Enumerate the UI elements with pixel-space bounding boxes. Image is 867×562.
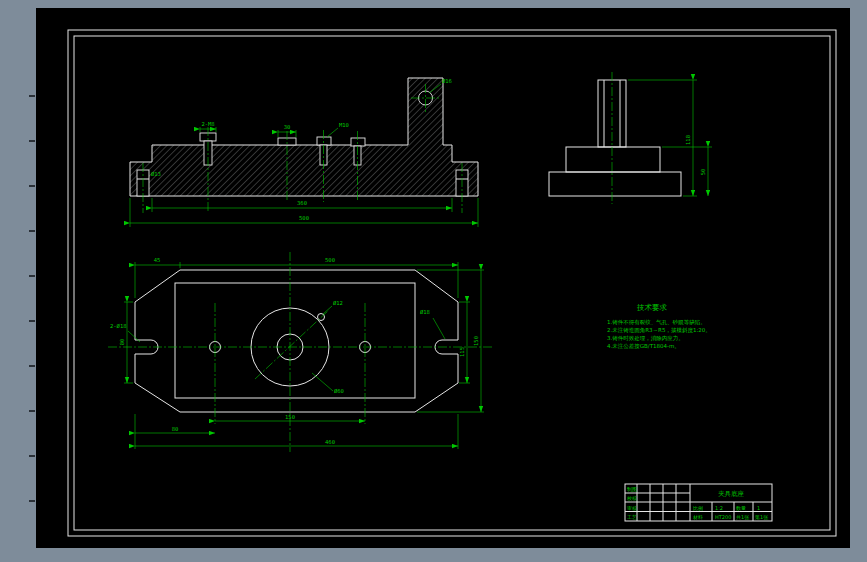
dimension-label: 30 [284,124,291,130]
dimension-label: M10 [339,122,349,128]
tb-sheet-no: 第1张 [755,514,768,521]
tb-drawn-label: 制图 [627,486,637,493]
tb-scale-label: 比例 [693,505,703,512]
dimension-label: Ø18 [420,309,430,315]
tb-material-value: HT200 [715,514,731,520]
tb-process-label: 工艺 [627,514,637,520]
dimension-label: Ø16 [442,78,452,84]
tb-qty-label: 数量 [736,505,746,511]
dimension-label: 150 [285,414,295,420]
dimension-label: 80 [119,339,125,346]
dimension-label: Ø13 [151,171,161,177]
tb-scale-value: 1:2 [715,505,723,511]
cad-viewer-window: 2-M8 30 M10 Ø16 Ø13 360 500 [0,0,867,562]
tb-checked-label: 校核 [626,495,637,501]
note-line: 3.铸件时效处理，消除内应力。 [607,335,684,342]
tb-approved-label: 审核 [627,505,637,511]
notes-title: 技术要求 [636,303,668,312]
dimension-label: 45 [154,257,161,263]
dimension-label: 460 [325,439,335,445]
dimension-label: Ø12 [333,300,343,306]
dimension-label: 360 [297,200,307,206]
dimension-label: 2-Ø18 [110,323,127,329]
note-line: 4.未注公差按GB/T1804-m。 [607,343,680,349]
tb-qty-value: 1 [757,505,760,511]
drawing-canvas[interactable]: 2-M8 30 M10 Ø16 Ø13 360 500 [0,0,867,562]
tb-material-label: 材料 [692,514,703,521]
note-line: 1.铸件不得有裂纹、气孔、砂眼等缺陷。 [607,319,706,326]
dimension-label: 50 [700,169,706,176]
note-line: 2.未注铸造圆角R3～R5，拔模斜度1:20。 [607,327,711,334]
dimension-label: 500 [299,215,309,221]
dimension-label: 118 [685,135,691,145]
dimension-label: 500 [325,257,335,263]
ruler-ticks [29,95,35,502]
dimension-label: Ø60 [334,388,344,394]
dimension-label: 115 [459,347,465,357]
dimension-label: 80 [172,426,179,432]
dimension-label: 150 [473,336,479,346]
dimension-label: 2-M8 [201,121,214,127]
tb-sheets: 共1张 [736,514,749,521]
tb-part-name: 夹具底座 [718,490,745,498]
